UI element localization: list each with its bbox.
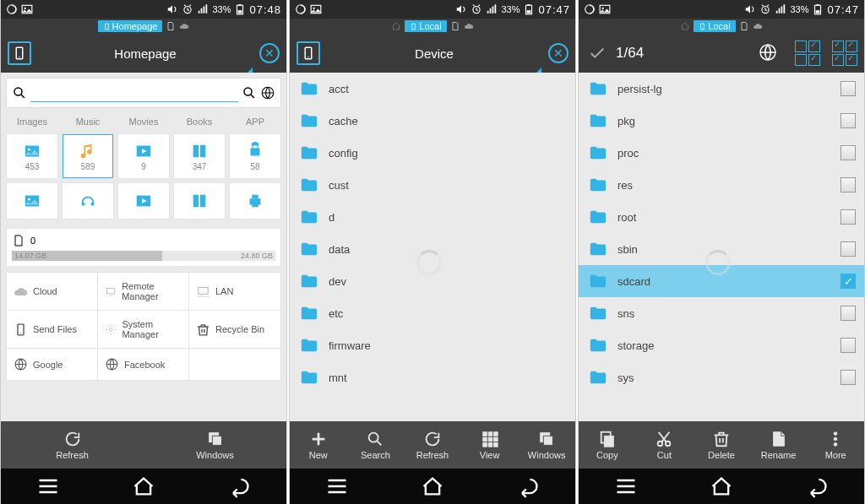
svg-rect-37: [252, 203, 258, 208]
globe-search-icon[interactable]: [260, 85, 275, 100]
folder-row[interactable]: config: [290, 137, 575, 169]
nav-menu-icon[interactable]: [614, 474, 638, 498]
tile-apps[interactable]: 58: [229, 133, 281, 179]
folder-row[interactable]: root: [579, 201, 864, 233]
link-remote[interactable]: Remote Manager: [98, 273, 189, 311]
folder-name: config: [329, 147, 567, 160]
tb-delete[interactable]: Delete: [693, 421, 750, 469]
alarm-icon: [471, 3, 482, 15]
nav-back-icon[interactable]: [805, 474, 829, 498]
nav-back-icon[interactable]: [227, 474, 251, 498]
nav-menu-icon[interactable]: [325, 474, 349, 498]
link-system[interactable]: System Manager: [98, 311, 189, 349]
trash-icon: [712, 430, 731, 448]
link-cloud[interactable]: Cloud: [7, 273, 98, 311]
folder-row[interactable]: acct: [290, 73, 575, 105]
storage-panel[interactable]: 0 14.07 GB 24.80 GB: [6, 228, 281, 267]
pic-icon: [21, 3, 33, 15]
tile-net-images[interactable]: [6, 182, 58, 219]
select-all-button[interactable]: [832, 41, 857, 66]
row-checkbox[interactable]: [841, 177, 856, 192]
search-icon[interactable]: [12, 85, 27, 100]
tb-refresh[interactable]: Refresh: [404, 421, 461, 469]
page-title[interactable]: Homepage: [114, 46, 176, 61]
page-title[interactable]: Device: [415, 46, 454, 61]
row-checkbox[interactable]: [841, 241, 856, 257]
search-input[interactable]: [30, 84, 238, 102]
global-search-button[interactable]: [758, 42, 780, 64]
tb-search[interactable]: Search: [347, 421, 405, 469]
folder-row[interactable]: cache: [290, 105, 575, 137]
folder-icon: [587, 111, 609, 130]
row-checkbox[interactable]: [841, 145, 856, 160]
folder-name: root: [617, 211, 832, 224]
row-checkbox[interactable]: [841, 338, 856, 353]
select-options-button[interactable]: [795, 41, 820, 66]
tile-movies[interactable]: 9: [117, 133, 170, 179]
folder-row[interactable]: res: [579, 169, 864, 201]
tb-copy[interactable]: Copy: [579, 421, 636, 469]
folder-row[interactable]: proc: [579, 137, 864, 169]
folder-row[interactable]: pkg: [579, 105, 864, 137]
link-recycle[interactable]: Recycle Bin: [189, 311, 280, 349]
tile-net-movies[interactable]: [117, 182, 170, 219]
close-tab-button[interactable]: ✕: [259, 43, 280, 63]
folder-row[interactable]: etc: [290, 297, 575, 329]
row-checkbox[interactable]: [841, 113, 856, 128]
tb-view[interactable]: View: [461, 421, 519, 469]
headphone-icon: [79, 192, 97, 210]
folder-row[interactable]: firmware: [290, 329, 575, 361]
done-check-button[interactable]: [585, 41, 609, 65]
link-lan[interactable]: LAN: [189, 273, 280, 311]
link-facebook[interactable]: Facebook: [98, 349, 189, 380]
folder-icon: [587, 368, 609, 387]
row-checkbox[interactable]: [841, 306, 856, 321]
folder-row[interactable]: storage: [579, 329, 864, 361]
tb-cut[interactable]: Cut: [636, 421, 694, 469]
folder-row[interactable]: persist-lg: [579, 73, 864, 105]
tabs-icon[interactable]: [8, 41, 31, 65]
row-checkbox[interactable]: [841, 81, 856, 96]
tb-windows[interactable]: Windows: [144, 421, 286, 469]
breadcrumb[interactable]: Local: [579, 19, 864, 34]
nav-home-icon[interactable]: [710, 474, 733, 498]
link-google[interactable]: Google: [7, 349, 98, 380]
cat-images[interactable]: Images: [4, 113, 60, 130]
folder-row[interactable]: mnt: [290, 361, 575, 393]
breadcrumb[interactable]: Local: [290, 19, 575, 34]
page-search-icon[interactable]: [242, 85, 257, 100]
cat-music[interactable]: Music: [60, 113, 116, 130]
battery-icon: [234, 3, 246, 15]
link-send[interactable]: Send Files: [7, 311, 98, 349]
nav-home-icon[interactable]: [132, 474, 155, 498]
nav-menu-icon[interactable]: [36, 474, 60, 498]
tile-music[interactable]: 589: [62, 133, 114, 179]
tile-net-music[interactable]: [62, 182, 114, 219]
tb-more[interactable]: More: [807, 421, 864, 469]
nav-home-icon[interactable]: [421, 474, 444, 498]
cat-movies[interactable]: Movies: [116, 113, 171, 130]
tb-new[interactable]: New: [290, 421, 347, 469]
folder-row[interactable]: d: [290, 201, 575, 233]
row-checkbox[interactable]: [841, 209, 856, 225]
nav-back-icon[interactable]: [516, 474, 540, 498]
tb-windows[interactable]: Windows: [518, 421, 575, 469]
breadcrumb[interactable]: Homepage: [1, 19, 286, 34]
cat-app[interactable]: APP: [227, 113, 283, 130]
tile-books[interactable]: 347: [173, 133, 226, 179]
tile-net-apps[interactable]: [229, 182, 281, 219]
tile-net-books[interactable]: [173, 182, 226, 219]
clock: 07:48: [249, 3, 281, 16]
tabs-icon[interactable]: [296, 41, 320, 65]
row-checkbox[interactable]: [841, 274, 856, 289]
row-checkbox[interactable]: [841, 370, 856, 385]
cat-books[interactable]: Books: [171, 113, 227, 130]
tb-refresh[interactable]: Refresh: [1, 421, 144, 469]
folder-name: firmware: [329, 339, 567, 352]
close-tab-button[interactable]: ✕: [548, 43, 569, 63]
tb-rename[interactable]: Rename: [750, 421, 808, 469]
folder-row[interactable]: sys: [579, 361, 864, 393]
folder-row[interactable]: cust: [290, 169, 575, 201]
folder-row[interactable]: sns: [579, 297, 864, 329]
tile-images[interactable]: 453: [6, 133, 58, 179]
